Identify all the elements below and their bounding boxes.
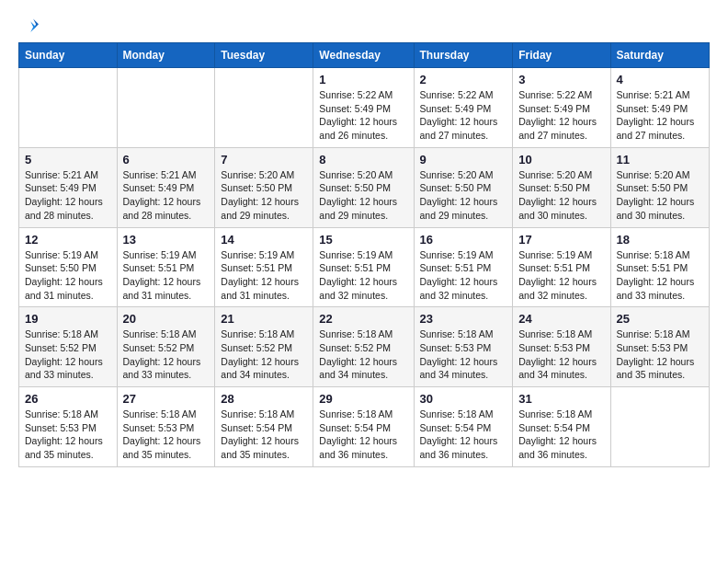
day-number: 25 xyxy=(617,312,703,326)
day-number: 2 xyxy=(420,73,507,86)
day-info: Sunrise: 5:18 AM Sunset: 5:53 PM Dayligh… xyxy=(617,327,703,382)
day-number: 27 xyxy=(123,392,210,406)
header-sunday: Sunday xyxy=(19,43,118,68)
header-saturday: Saturday xyxy=(610,43,709,68)
day-number: 26 xyxy=(25,392,111,406)
day-number: 29 xyxy=(319,392,407,406)
calendar-cell: 8Sunrise: 5:20 AM Sunset: 5:50 PM Daylig… xyxy=(313,147,414,227)
day-number: 4 xyxy=(617,73,703,86)
calendar-cell: 9Sunrise: 5:20 AM Sunset: 5:50 PM Daylig… xyxy=(414,147,513,227)
logo xyxy=(18,15,39,35)
calendar-cell: 29Sunrise: 5:18 AM Sunset: 5:54 PM Dayli… xyxy=(313,387,414,467)
day-info: Sunrise: 5:20 AM Sunset: 5:50 PM Dayligh… xyxy=(319,168,407,223)
calendar-cell: 25Sunrise: 5:18 AM Sunset: 5:53 PM Dayli… xyxy=(610,307,709,387)
day-number: 21 xyxy=(221,312,307,326)
calendar-cell: 28Sunrise: 5:18 AM Sunset: 5:54 PM Dayli… xyxy=(215,387,313,467)
calendar-week-row: 5Sunrise: 5:21 AM Sunset: 5:49 PM Daylig… xyxy=(19,147,710,227)
calendar-week-row: 1Sunrise: 5:22 AM Sunset: 5:49 PM Daylig… xyxy=(19,68,710,148)
day-info: Sunrise: 5:19 AM Sunset: 5:51 PM Dayligh… xyxy=(420,248,507,303)
day-info: Sunrise: 5:18 AM Sunset: 5:53 PM Dayligh… xyxy=(420,327,507,382)
header-thursday: Thursday xyxy=(414,43,513,68)
day-info: Sunrise: 5:19 AM Sunset: 5:51 PM Dayligh… xyxy=(319,248,407,303)
day-number: 15 xyxy=(319,233,407,247)
calendar-cell: 2Sunrise: 5:22 AM Sunset: 5:49 PM Daylig… xyxy=(414,68,513,148)
day-number: 10 xyxy=(518,153,604,167)
day-number: 14 xyxy=(221,233,307,247)
day-info: Sunrise: 5:21 AM Sunset: 5:49 PM Dayligh… xyxy=(25,168,111,223)
day-number: 12 xyxy=(25,233,111,247)
day-number: 30 xyxy=(420,392,507,406)
day-info: Sunrise: 5:22 AM Sunset: 5:49 PM Dayligh… xyxy=(420,88,507,143)
day-info: Sunrise: 5:18 AM Sunset: 5:54 PM Dayligh… xyxy=(518,408,604,462)
calendar-cell: 13Sunrise: 5:19 AM Sunset: 5:51 PM Dayli… xyxy=(117,227,215,307)
calendar-cell: 10Sunrise: 5:20 AM Sunset: 5:50 PM Dayli… xyxy=(513,147,610,227)
calendar-week-row: 12Sunrise: 5:19 AM Sunset: 5:50 PM Dayli… xyxy=(19,227,710,307)
day-info: Sunrise: 5:18 AM Sunset: 5:52 PM Dayligh… xyxy=(123,327,210,382)
day-number: 24 xyxy=(518,312,604,326)
day-info: Sunrise: 5:20 AM Sunset: 5:50 PM Dayligh… xyxy=(518,168,604,223)
day-number: 23 xyxy=(420,312,507,326)
day-info: Sunrise: 5:19 AM Sunset: 5:51 PM Dayligh… xyxy=(123,248,210,303)
logo-icon xyxy=(18,15,39,35)
day-info: Sunrise: 5:18 AM Sunset: 5:53 PM Dayligh… xyxy=(123,408,210,462)
day-number: 5 xyxy=(25,153,111,167)
svg-marker-1 xyxy=(30,21,36,32)
calendar-cell: 5Sunrise: 5:21 AM Sunset: 5:49 PM Daylig… xyxy=(19,147,118,227)
calendar-cell: 22Sunrise: 5:18 AM Sunset: 5:52 PM Dayli… xyxy=(313,307,414,387)
day-info: Sunrise: 5:20 AM Sunset: 5:50 PM Dayligh… xyxy=(617,168,703,223)
day-info: Sunrise: 5:20 AM Sunset: 5:50 PM Dayligh… xyxy=(221,168,307,223)
day-info: Sunrise: 5:18 AM Sunset: 5:53 PM Dayligh… xyxy=(518,327,604,382)
header-monday: Monday xyxy=(117,43,215,68)
calendar-table: SundayMondayTuesdayWednesdayThursdayFrid… xyxy=(18,42,710,467)
calendar-cell: 23Sunrise: 5:18 AM Sunset: 5:53 PM Dayli… xyxy=(414,307,513,387)
day-number: 16 xyxy=(420,233,507,247)
day-number: 20 xyxy=(123,312,210,326)
calendar-cell: 17Sunrise: 5:19 AM Sunset: 5:51 PM Dayli… xyxy=(513,227,610,307)
day-info: Sunrise: 5:19 AM Sunset: 5:51 PM Dayligh… xyxy=(518,248,604,303)
day-number: 18 xyxy=(617,233,703,247)
day-info: Sunrise: 5:22 AM Sunset: 5:49 PM Dayligh… xyxy=(319,88,407,143)
calendar-cell: 19Sunrise: 5:18 AM Sunset: 5:52 PM Dayli… xyxy=(19,307,118,387)
calendar-cell xyxy=(215,68,313,148)
calendar-cell xyxy=(610,387,709,467)
day-info: Sunrise: 5:18 AM Sunset: 5:52 PM Dayligh… xyxy=(221,327,307,382)
day-number: 19 xyxy=(25,312,111,326)
calendar-cell: 12Sunrise: 5:19 AM Sunset: 5:50 PM Dayli… xyxy=(19,227,118,307)
day-number: 17 xyxy=(518,233,604,247)
day-number: 28 xyxy=(221,392,307,406)
day-info: Sunrise: 5:20 AM Sunset: 5:50 PM Dayligh… xyxy=(420,168,507,223)
day-info: Sunrise: 5:18 AM Sunset: 5:54 PM Dayligh… xyxy=(319,408,407,462)
day-info: Sunrise: 5:18 AM Sunset: 5:54 PM Dayligh… xyxy=(420,408,507,462)
day-number: 22 xyxy=(319,312,407,326)
calendar-cell: 26Sunrise: 5:18 AM Sunset: 5:53 PM Dayli… xyxy=(19,387,118,467)
page-header xyxy=(18,15,710,35)
calendar-cell: 21Sunrise: 5:18 AM Sunset: 5:52 PM Dayli… xyxy=(215,307,313,387)
calendar-cell: 3Sunrise: 5:22 AM Sunset: 5:49 PM Daylig… xyxy=(513,68,610,148)
calendar-week-row: 19Sunrise: 5:18 AM Sunset: 5:52 PM Dayli… xyxy=(19,307,710,387)
day-number: 13 xyxy=(123,233,210,247)
header-tuesday: Tuesday xyxy=(215,43,313,68)
day-info: Sunrise: 5:18 AM Sunset: 5:54 PM Dayligh… xyxy=(221,408,307,462)
day-number: 3 xyxy=(518,73,604,86)
calendar-cell: 27Sunrise: 5:18 AM Sunset: 5:53 PM Dayli… xyxy=(117,387,215,467)
calendar-cell: 14Sunrise: 5:19 AM Sunset: 5:51 PM Dayli… xyxy=(215,227,313,307)
calendar-cell xyxy=(117,68,215,148)
day-info: Sunrise: 5:22 AM Sunset: 5:49 PM Dayligh… xyxy=(518,88,604,143)
calendar-cell: 15Sunrise: 5:19 AM Sunset: 5:51 PM Dayli… xyxy=(313,227,414,307)
day-number: 31 xyxy=(518,392,604,406)
day-info: Sunrise: 5:18 AM Sunset: 5:51 PM Dayligh… xyxy=(617,248,703,303)
day-info: Sunrise: 5:18 AM Sunset: 5:53 PM Dayligh… xyxy=(25,408,111,462)
calendar-cell: 24Sunrise: 5:18 AM Sunset: 5:53 PM Dayli… xyxy=(513,307,610,387)
day-number: 9 xyxy=(420,153,507,167)
calendar-cell: 11Sunrise: 5:20 AM Sunset: 5:50 PM Dayli… xyxy=(610,147,709,227)
calendar-cell: 4Sunrise: 5:21 AM Sunset: 5:49 PM Daylig… xyxy=(610,68,709,148)
day-number: 1 xyxy=(319,73,407,86)
day-info: Sunrise: 5:21 AM Sunset: 5:49 PM Dayligh… xyxy=(123,168,210,223)
day-number: 8 xyxy=(319,153,407,167)
header-friday: Friday xyxy=(513,43,610,68)
calendar-cell: 16Sunrise: 5:19 AM Sunset: 5:51 PM Dayli… xyxy=(414,227,513,307)
calendar-week-row: 26Sunrise: 5:18 AM Sunset: 5:53 PM Dayli… xyxy=(19,387,710,467)
day-info: Sunrise: 5:18 AM Sunset: 5:52 PM Dayligh… xyxy=(319,327,407,382)
day-info: Sunrise: 5:18 AM Sunset: 5:52 PM Dayligh… xyxy=(25,327,111,382)
calendar-cell: 6Sunrise: 5:21 AM Sunset: 5:49 PM Daylig… xyxy=(117,147,215,227)
